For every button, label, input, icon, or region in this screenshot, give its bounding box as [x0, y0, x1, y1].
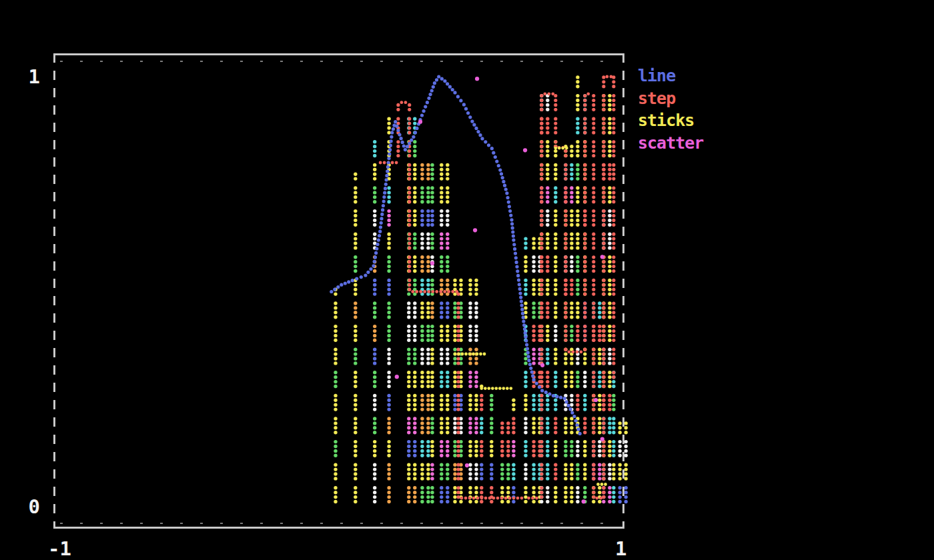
plot-dots — [330, 75, 628, 503]
legend-item-step: step — [638, 87, 703, 110]
x-axis-tick-right: 1 — [615, 539, 626, 559]
legend-item-scatter: scatter — [638, 132, 703, 155]
x-axis-tick-left: -1 — [48, 539, 71, 559]
terminal-screen: 1 0 -1 1 linestepsticksscatter — [0, 0, 934, 560]
plot-frame — [53, 53, 624, 529]
y-axis-tick-top: 1 — [19, 67, 40, 87]
legend: linestepsticksscatter — [638, 65, 703, 154]
legend-item-line: line — [638, 65, 703, 87]
y-axis-tick-bottom: 0 — [19, 497, 40, 517]
legend-item-sticks: sticks — [638, 109, 703, 132]
plot-canvas — [0, 0, 934, 560]
